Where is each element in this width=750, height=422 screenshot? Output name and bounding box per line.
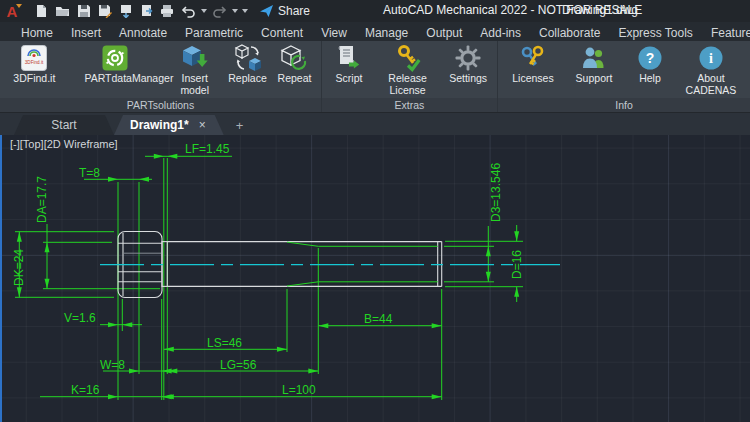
tab-parametric[interactable]: Parametric	[176, 22, 252, 41]
dim-DA: DA=17.7	[35, 176, 49, 223]
help-icon: ?	[636, 44, 664, 72]
script-icon	[335, 44, 363, 72]
tab-featured-apps[interactable]: Featured Apps	[702, 22, 750, 41]
save-icon[interactable]	[74, 1, 93, 21]
panel-partsolutions: 3DFind.it 3DFind.it PARTdataManager Inse…	[0, 41, 322, 112]
redo-dropdown-icon[interactable]	[231, 1, 239, 21]
tab-view[interactable]: View	[312, 22, 356, 41]
panel-label-info: Info	[498, 98, 750, 112]
tab-express-tools[interactable]: Express Tools	[609, 22, 701, 41]
tab-insert[interactable]: Insert	[62, 22, 110, 41]
tab-output[interactable]: Output	[417, 22, 471, 41]
quick-access-toolbar	[32, 1, 249, 21]
dim-LS: LS=46	[207, 336, 242, 350]
dim-LF: LF=1.45	[185, 142, 230, 156]
tab-annotate[interactable]: Annotate	[110, 22, 176, 41]
about-cadenas-icon: i	[697, 44, 725, 72]
partdatamanager-button[interactable]: PARTdataManager	[65, 43, 167, 86]
insert-model-icon	[181, 44, 209, 72]
redo-icon[interactable]	[210, 1, 229, 21]
undo-dropdown-icon[interactable]	[200, 1, 208, 21]
tab-home[interactable]: Home	[12, 22, 62, 41]
licenses-button[interactable]: Licenses	[506, 43, 560, 86]
dim-T: T=8	[79, 166, 100, 180]
partdatamanager-icon	[101, 44, 129, 72]
tab-content[interactable]: Content	[252, 22, 312, 41]
repeat-button[interactable]: Repeat	[272, 43, 317, 86]
dim-DK: DK=24	[12, 249, 26, 286]
svg-text:?: ?	[646, 50, 655, 66]
open-file-icon[interactable]	[53, 1, 72, 21]
support-button[interactable]: Support	[568, 43, 620, 86]
file-tab-start[interactable]: Start	[14, 115, 114, 135]
extension-lines	[15, 158, 523, 400]
tab-collaborate[interactable]: Collaborate	[530, 22, 609, 41]
tab-manage[interactable]: Manage	[356, 22, 417, 41]
export-icon[interactable]	[137, 1, 156, 21]
release-license-icon	[394, 44, 422, 72]
ribbon: 3DFind.it 3DFind.it PARTdataManager Inse…	[0, 41, 750, 113]
drawing-canvas[interactable]: [-] [Top] [2D Wireframe]	[0, 135, 750, 422]
new-drawing-button[interactable]: +	[230, 118, 250, 135]
dim-W: W=8	[100, 358, 125, 372]
dimension-texts: LF=1.45 T=8 V=1.6 B=44 LS=46 W=8 LG=56 K…	[12, 142, 524, 397]
share-button[interactable]: Share	[259, 4, 310, 18]
script-button[interactable]: Script	[326, 43, 372, 86]
insert-model-button[interactable]: Insert model	[166, 43, 223, 98]
close-tab-icon[interactable]: ×	[197, 118, 208, 132]
new-file-icon[interactable]	[32, 1, 51, 21]
settings-icon	[454, 44, 482, 72]
replace-icon	[234, 44, 262, 72]
panel-info: Licenses Support ? Help i	[498, 41, 750, 112]
share-label: Share	[278, 4, 310, 18]
window-file-name: Drawing1.dwg	[562, 3, 638, 17]
licenses-icon	[519, 44, 547, 72]
settings-button[interactable]: Settings	[443, 43, 493, 86]
panel-label-partsolutions: PARTsolutions	[0, 98, 321, 112]
print-icon[interactable]	[158, 1, 177, 21]
title-bar: A	[0, 0, 750, 22]
panel-label-extras: Extras	[322, 98, 497, 112]
bolt-drawing: LF=1.45 T=8 V=1.6 B=44 LS=46 W=8 LG=56 K…	[0, 135, 750, 422]
help-button[interactable]: ? Help	[628, 43, 672, 86]
file-tab-bar: Start Drawing1* × +	[0, 113, 750, 135]
support-icon	[580, 44, 608, 72]
undo-icon[interactable]	[179, 1, 198, 21]
repeat-icon	[280, 44, 308, 72]
qat-customize-icon[interactable]	[241, 1, 249, 21]
share-plane-icon	[259, 4, 274, 18]
dim-D3: D3=13.546	[489, 163, 503, 222]
dim-D: D=16	[510, 250, 524, 279]
app-menu-button[interactable]: A	[0, 0, 24, 22]
replace-button[interactable]: Replace	[223, 43, 272, 86]
3dfindit-icon: 3DFind.it	[20, 44, 48, 72]
ribbon-tab-row: Home Insert Annotate Parametric Content …	[0, 22, 750, 41]
plot-icon[interactable]	[116, 1, 135, 21]
dimension-arrows	[17, 154, 519, 399]
3dfindit-button[interactable]: 3DFind.it 3DFind.it	[4, 43, 65, 86]
autocad-window: A	[0, 0, 750, 422]
panel-extras: Script Release License Settings Extras	[322, 41, 498, 112]
dim-K: K=16	[71, 383, 100, 397]
tab-add-ins[interactable]: Add-ins	[471, 22, 530, 41]
release-license-button[interactable]: Release License	[378, 43, 437, 98]
dim-B: B=44	[364, 312, 393, 326]
dim-L: L=100	[282, 383, 316, 397]
about-cadenas-button[interactable]: i About CADENAS	[680, 43, 742, 98]
file-tab-drawing1[interactable]: Drawing1* ×	[114, 115, 224, 135]
dim-LG: LG=56	[220, 358, 257, 372]
app-menu-caret-icon	[16, 4, 22, 8]
svg-text:i: i	[709, 51, 713, 66]
save-as-icon[interactable]	[95, 1, 114, 21]
dim-V: V=1.6	[64, 311, 96, 325]
svg-text:3DFind.it: 3DFind.it	[25, 60, 44, 65]
